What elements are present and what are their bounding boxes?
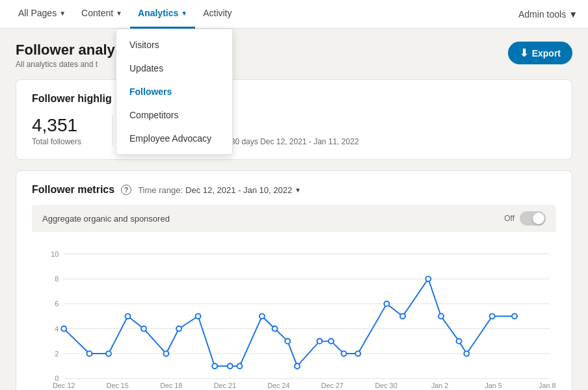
chart-container: New Followers 10 8 6 4 2 0 De [32, 240, 556, 390]
svg-text:Dec 21: Dec 21 [214, 382, 236, 389]
svg-point-38 [328, 339, 334, 344]
svg-text:Jan 2: Jan 2 [431, 382, 448, 389]
svg-text:Dec 30: Dec 30 [375, 382, 397, 389]
vertical-divider [113, 115, 113, 146]
follower-metrics-chart: New Followers 10 8 6 4 2 0 De [32, 240, 556, 390]
svg-text:6: 6 [55, 300, 59, 307]
nav-analytics[interactable]: Analytics ▼ [130, 0, 195, 29]
svg-point-43 [425, 276, 431, 281]
dropdown-visitors[interactable]: Visitors [116, 33, 232, 57]
svg-point-33 [260, 314, 265, 319]
svg-text:Jan 8: Jan 8 [539, 382, 555, 389]
total-followers-item: 4,351 Total followers [32, 115, 81, 146]
svg-point-25 [126, 314, 131, 319]
download-icon: ⬇ [520, 47, 528, 59]
svg-text:Dec 15: Dec 15 [107, 382, 129, 389]
svg-point-26 [141, 326, 146, 332]
nav-right: Admin tools ▼ [518, 9, 578, 20]
svg-point-30 [212, 363, 217, 369]
aggregate-row: Aggregate organic and sponsored Off [32, 205, 556, 232]
svg-point-29 [196, 314, 201, 319]
toggle-container: Off [504, 211, 546, 226]
svg-text:Dec 12: Dec 12 [53, 382, 75, 389]
dropdown-employee-advocacy[interactable]: Employee Advocacy [116, 127, 232, 150]
aggregate-label: Aggregate organic and sponsored [42, 214, 170, 224]
svg-text:Dec 24: Dec 24 [267, 382, 289, 389]
metrics-card: Follower metrics ? Time range: Dec 12, 2… [16, 170, 572, 390]
svg-point-41 [384, 301, 390, 306]
nav-activity[interactable]: Activity [195, 0, 239, 29]
toggle-label: Off [504, 214, 514, 223]
svg-point-45 [457, 339, 462, 344]
metrics-header: Follower metrics ? Time range: Dec 12, 2… [32, 184, 556, 196]
chevron-down-icon: ▼ [59, 10, 66, 17]
admin-tools-button[interactable]: Admin tools ▼ [518, 9, 578, 20]
info-icon[interactable]: ? [121, 185, 131, 195]
svg-text:8: 8 [55, 275, 59, 283]
svg-text:2: 2 [55, 350, 59, 358]
chart-organic-line [64, 279, 514, 366]
svg-text:Dec 18: Dec 18 [160, 382, 182, 389]
dropdown-competitors[interactable]: Competitors [116, 103, 232, 127]
chevron-down-icon: ▼ [295, 187, 301, 194]
chevron-down-icon: ▼ [568, 9, 578, 20]
highlights-card: Follower highlig 4,351 Total followers 9… [16, 79, 572, 160]
svg-point-44 [438, 314, 444, 319]
nav-content[interactable]: Content ▼ [74, 0, 130, 29]
metrics-title: Follower metrics [32, 184, 114, 196]
svg-point-37 [317, 339, 322, 344]
svg-point-23 [87, 351, 92, 356]
export-button[interactable]: ⬇ Export [508, 42, 572, 64]
page-header: Follower analy All analytics dates and t… [16, 42, 572, 69]
dropdown-followers[interactable]: Followers [116, 80, 232, 103]
svg-point-27 [163, 351, 168, 356]
page-subtitle: All analytics dates and t [16, 60, 115, 69]
svg-point-31 [228, 363, 233, 369]
svg-point-39 [341, 351, 347, 356]
svg-point-48 [512, 314, 517, 319]
svg-text:4: 4 [55, 325, 59, 333]
chevron-down-icon: ▼ [181, 10, 187, 17]
svg-text:10: 10 [51, 250, 59, 258]
page-content: Follower analy All analytics dates and t… [0, 29, 588, 390]
svg-point-35 [285, 339, 290, 344]
page-title-section: Follower analy All analytics dates and t [16, 42, 115, 69]
toggle-knob [533, 213, 544, 224]
analytics-dropdown: Visitors Updates Followers Competitors E… [116, 29, 233, 155]
total-followers-label: Total followers [32, 137, 81, 146]
svg-point-24 [106, 351, 111, 356]
highlights-card-title: Follower highlig [32, 93, 556, 105]
svg-point-36 [295, 363, 300, 369]
svg-point-40 [355, 351, 360, 356]
aggregate-toggle[interactable] [520, 211, 546, 226]
highlights-row: 4,351 Total followers 99 ▲▲30% New follo… [32, 115, 556, 146]
chevron-down-icon: ▼ [116, 10, 122, 17]
svg-text:Dec 27: Dec 27 [321, 382, 343, 389]
svg-point-28 [176, 326, 181, 332]
svg-point-22 [61, 326, 66, 332]
total-followers-value: 4,351 [32, 115, 81, 136]
svg-point-34 [273, 326, 278, 332]
top-navigation: All Pages ▼ Content ▼ Analytics ▼ Activi… [0, 0, 588, 29]
dropdown-updates[interactable]: Updates [116, 57, 232, 80]
page-title: Follower analy [16, 42, 115, 58]
time-range-selector[interactable]: Time range: Dec 12, 2021 - Jan 10, 2022 … [138, 185, 301, 195]
nav-all-pages[interactable]: All Pages ▼ [10, 0, 74, 29]
svg-point-46 [464, 351, 469, 356]
svg-point-47 [490, 314, 495, 319]
svg-text:Jan 5: Jan 5 [485, 382, 501, 389]
svg-point-42 [400, 314, 405, 319]
svg-point-32 [237, 363, 243, 369]
